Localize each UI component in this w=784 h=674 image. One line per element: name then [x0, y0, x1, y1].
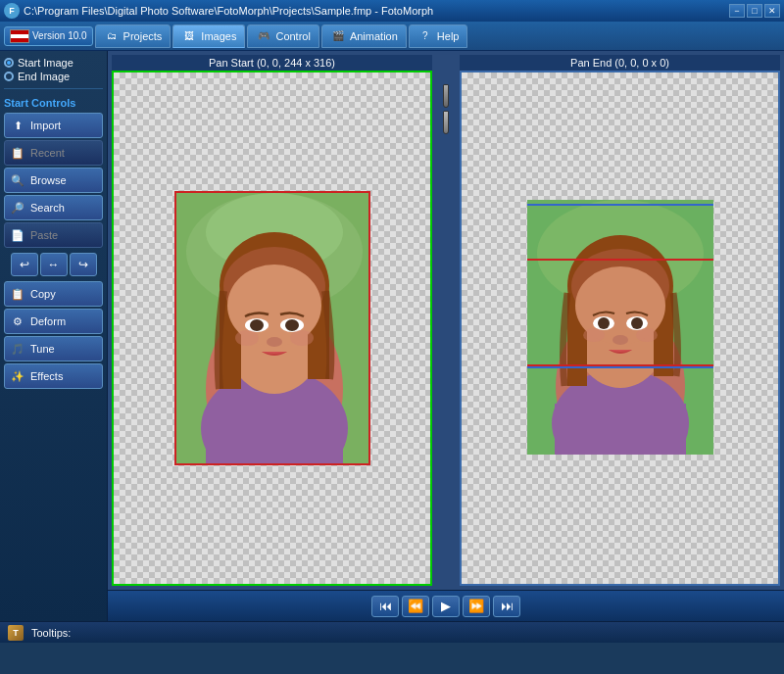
animation-icon: 🎬 — [330, 28, 346, 44]
deform-button[interactable]: ⚙ Deform — [4, 309, 103, 334]
tune-icon: 🎵 — [10, 341, 25, 357]
svg-rect-5 — [206, 409, 343, 465]
tune-button[interactable]: 🎵 Tune — [4, 336, 103, 361]
copy-button[interactable]: 📋 Copy — [4, 281, 103, 307]
tab-projects[interactable]: 🗂 Projects — [95, 24, 172, 48]
tab-animation[interactable]: 🎬 Animation — [321, 24, 407, 48]
tab-projects-label: Projects — [123, 30, 163, 42]
svg-point-19 — [290, 330, 314, 346]
sidebar: Start Image End Image Start Controls ⬆ I… — [0, 51, 108, 621]
paste-icon: 📄 — [10, 227, 25, 243]
app-icon: F — [4, 3, 20, 19]
pen-tools-container — [436, 55, 456, 586]
browse-icon: 🔍 — [10, 172, 25, 188]
transport-play-button[interactable]: ▶ — [432, 596, 460, 617]
svg-point-15 — [250, 319, 264, 331]
transform-buttons: ↩ ↔ ↪ — [4, 253, 103, 276]
copy-icon: 📋 — [10, 286, 25, 302]
transport-next-button[interactable]: ⏩ — [463, 596, 490, 617]
pen-tool-1[interactable] — [443, 84, 449, 108]
transport-first-button[interactable]: ⏮ — [371, 596, 399, 617]
search-icon: 🔎 — [10, 200, 25, 216]
right-photo-svg — [527, 200, 713, 455]
rotate-right-button[interactable]: ↪ — [70, 253, 97, 276]
left-panel-header: Pan Start (0, 0, 244 x 316) — [112, 55, 432, 71]
title-text: C:\Program Files\Digital Photo Software\… — [24, 5, 433, 17]
panels-row: Pan Start (0, 0, 244 x 316) — [108, 51, 784, 590]
images-icon: 🖼 — [181, 28, 197, 44]
right-canvas[interactable] — [460, 71, 780, 586]
status-label: Tooltips: — [31, 627, 71, 639]
svg-point-37 — [583, 328, 605, 342]
right-photo — [527, 200, 713, 457]
transport-bar: ⏮ ⏪ ▶ ⏩ ⏭ — [108, 590, 784, 621]
end-image-radio[interactable]: End Image — [4, 71, 103, 82]
start-image-radio-dot — [4, 58, 14, 68]
right-panel-header: Pan End (0, 0, 0 x 0) — [460, 55, 780, 71]
recent-button[interactable]: 📋 Recent — [4, 140, 103, 166]
tab-help[interactable]: ? Help — [409, 24, 468, 48]
help-icon: ? — [417, 28, 433, 44]
left-photo-image — [174, 191, 370, 465]
end-image-radio-dot — [4, 72, 14, 81]
svg-point-35 — [631, 317, 643, 329]
status-bar: T Tooltips: — [0, 621, 784, 643]
end-image-label: End Image — [18, 71, 70, 82]
minimize-button[interactable]: − — [729, 4, 745, 18]
recent-icon: 📋 — [10, 145, 25, 161]
tab-images-label: Images — [201, 30, 236, 42]
content-area: Pan Start (0, 0, 244 x 316) — [108, 51, 784, 621]
menu-bar: Version 10.0 🗂 Projects 🖼 Images 🎮 Contr… — [0, 22, 784, 51]
section-title: Start Controls — [4, 95, 103, 111]
tab-animation-label: Animation — [350, 30, 398, 42]
control-icon: 🎮 — [256, 28, 271, 44]
tab-images[interactable]: 🖼 Images — [172, 24, 245, 48]
left-photo-svg — [176, 193, 370, 465]
browse-button[interactable]: 🔍 Browse — [4, 168, 103, 193]
import-button[interactable]: ⬆ Import — [4, 113, 103, 138]
flag-icon — [10, 29, 29, 43]
start-image-label: Start Image — [18, 57, 74, 69]
svg-point-38 — [636, 328, 658, 342]
projects-icon: 🗂 — [104, 28, 120, 44]
left-photo — [174, 191, 370, 465]
deform-icon: ⚙ — [10, 313, 25, 329]
search-button[interactable]: 🔎 Search — [4, 195, 103, 220]
import-icon: ⬆ — [10, 118, 25, 133]
version-badge: Version 10.0 — [4, 26, 93, 46]
svg-point-16 — [285, 319, 299, 331]
svg-point-34 — [598, 317, 610, 329]
svg-point-18 — [235, 330, 259, 346]
image-selector: Start Image End Image — [4, 57, 103, 89]
close-button[interactable]: ✕ — [764, 4, 780, 18]
effects-button[interactable]: ✨ Effects — [4, 363, 103, 389]
title-bar: F C:\Program Files\Digital Photo Softwar… — [0, 0, 784, 22]
main-area: Start Image End Image Start Controls ⬆ I… — [0, 51, 784, 621]
svg-point-36 — [612, 335, 628, 345]
left-panel: Pan Start (0, 0, 244 x 316) — [112, 55, 432, 586]
right-panel: Pan End (0, 0, 0 x 0) — [460, 55, 780, 586]
transport-prev-button[interactable]: ⏪ — [402, 596, 429, 617]
left-canvas[interactable] — [112, 71, 432, 586]
tab-control[interactable]: 🎮 Control — [247, 24, 318, 48]
tab-help-label: Help — [437, 30, 460, 42]
transport-last-button[interactable]: ⏭ — [493, 596, 520, 617]
pen-tool-2[interactable] — [443, 111, 449, 134]
version-label: Version 10.0 — [32, 30, 87, 41]
start-image-radio[interactable]: Start Image — [4, 57, 103, 69]
effects-icon: ✨ — [10, 368, 25, 384]
flip-button[interactable]: ↔ — [40, 253, 68, 276]
svg-rect-24 — [555, 404, 686, 455]
paste-button[interactable]: 📄 Paste — [4, 222, 103, 248]
tab-control-label: Control — [275, 30, 310, 42]
maximize-button[interactable]: □ — [747, 4, 762, 18]
svg-point-17 — [267, 337, 282, 347]
rotate-left-button[interactable]: ↩ — [11, 253, 38, 276]
status-icon: T — [8, 625, 24, 641]
